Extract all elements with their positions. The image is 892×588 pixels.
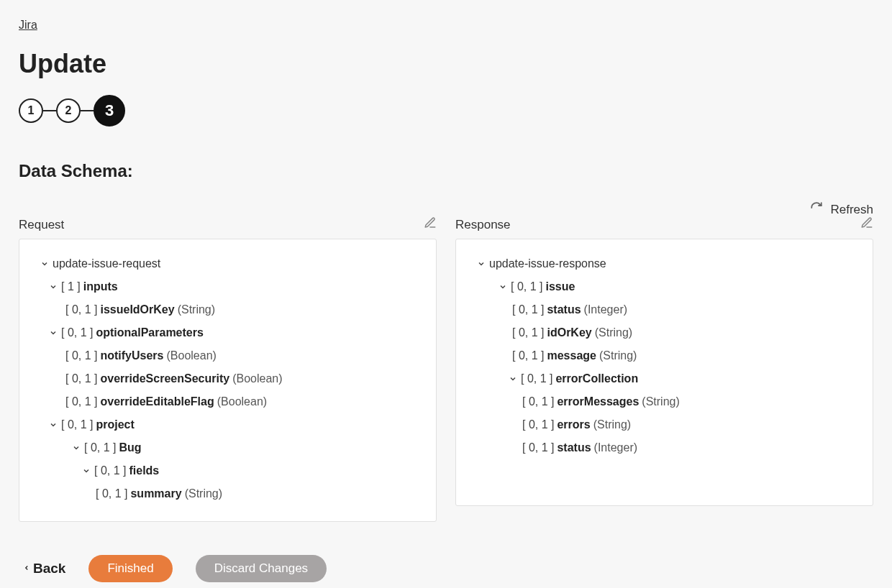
chevron-down-icon[interactable] [47,329,60,337]
cardinality: [ 0, 1 ] [511,278,542,295]
step-2[interactable]: 2 [56,98,81,123]
cardinality: [ 0, 1 ] [522,416,554,433]
tree-type: (String) [642,393,679,410]
chevron-down-icon[interactable] [47,421,60,429]
chevron-down-icon[interactable] [80,467,93,475]
request-column: Request update-issue-request [ 1 ] input… [19,213,437,522]
cardinality: [ 0, 1 ] [65,347,97,364]
cardinality: [ 0, 1 ] [512,301,544,318]
chevron-down-icon[interactable] [38,259,51,268]
tree-row-optionalParameters[interactable]: [ 0, 1 ] optionalParameters [29,321,426,344]
tree-row-inputs[interactable]: [ 1 ] inputs [29,275,426,298]
tree-row-bug[interactable]: [ 0, 1 ] Bug [29,436,426,459]
edit-response-icon[interactable] [860,216,873,233]
request-panel: update-issue-request [ 1 ] inputs [ 0, 1… [19,239,437,522]
cardinality: [ 0, 1 ] [96,485,127,502]
tree-row-status[interactable]: [ 0, 1 ] status (Integer) [466,298,863,321]
tree-label: message [547,347,596,364]
step-1[interactable]: 1 [19,98,43,123]
tree-type: (String) [599,347,637,364]
page-title: Update [19,49,873,79]
cardinality: [ 0, 1 ] [512,324,544,341]
tree-type: (Integer) [594,439,637,456]
step-3[interactable]: 3 [94,95,125,127]
section-title: Data Schema: [19,161,873,181]
edit-request-icon[interactable] [424,216,437,233]
tree-label: errors [557,416,590,433]
chevron-down-icon[interactable] [47,282,60,291]
tree-row-issueIdOrKey[interactable]: [ 0, 1 ] issueIdOrKey (String) [29,298,426,321]
tree-row-overrideEditableFlag[interactable]: [ 0, 1 ] overrideEditableFlag (Boolean) [29,390,426,413]
cardinality: [ 0, 1 ] [65,301,97,318]
tree-label: fields [129,462,159,479]
tree-row-errorCollection[interactable]: [ 0, 1 ] errorCollection [466,367,863,390]
wizard-stepper: 1 2 3 [19,95,873,127]
cardinality: [ 0, 1 ] [94,462,126,479]
chevron-down-icon[interactable] [506,375,519,383]
tree-row-fields[interactable]: [ 0, 1 ] fields [29,459,426,482]
tree-type: (String) [595,324,632,341]
tree-label: errorMessages [557,393,639,410]
tree-row-message[interactable]: [ 0, 1 ] message (String) [466,344,863,367]
tree-row-project[interactable]: [ 0, 1 ] project [29,413,426,436]
tree-label: project [96,416,134,433]
chevron-down-icon[interactable] [475,259,488,268]
tree-label: status [557,439,591,456]
tree-label: overrideEditableFlag [100,393,214,410]
response-column: Response update-issue-response [ 0, 1 ] … [455,213,873,522]
step-connector [43,110,56,111]
cardinality: [ 1 ] [61,278,81,295]
tree-label: optionalParameters [96,324,203,341]
discard-button[interactable]: Discard Changes [196,555,327,582]
tree-label: update-issue-response [489,255,606,272]
cardinality: [ 0, 1 ] [65,370,97,387]
tree-type: (String) [185,485,222,502]
tree-label: status [547,301,581,318]
tree-label: idOrKey [547,324,591,341]
chevron-down-icon[interactable] [70,444,83,452]
response-label: Response [455,218,511,232]
step-connector [81,110,94,111]
tree-type: (String) [593,416,631,433]
tree-label: errorCollection [555,370,638,387]
tree-row-summary[interactable]: [ 0, 1 ] summary (String) [29,482,426,505]
tree-label: notifyUsers [100,347,163,364]
request-label: Request [19,218,64,232]
cardinality: [ 0, 1 ] [61,416,93,433]
cardinality: [ 0, 1 ] [522,393,554,410]
tree-row-issue[interactable]: [ 0, 1 ] issue [466,275,863,298]
tree-label: summary [130,485,181,502]
tree-row-root[interactable]: update-issue-request [29,252,426,275]
tree-type: (String) [178,301,215,318]
tree-label: issueIdOrKey [100,301,174,318]
cardinality: [ 0, 1 ] [522,439,554,456]
tree-row-notifyUsers[interactable]: [ 0, 1 ] notifyUsers (Boolean) [29,344,426,367]
cardinality: [ 0, 1 ] [61,324,93,341]
response-panel: update-issue-response [ 0, 1 ] issue [ 0… [455,239,873,506]
tree-label: update-issue-request [53,255,160,272]
tree-type: (Integer) [584,301,627,318]
tree-row-errorMessages[interactable]: [ 0, 1 ] errorMessages (String) [466,390,863,413]
tree-row-overrideScreenSecurity[interactable]: [ 0, 1 ] overrideScreenSecurity (Boolean… [29,367,426,390]
chevron-down-icon[interactable] [496,282,509,291]
tree-type: (Boolean) [167,347,217,364]
cardinality: [ 0, 1 ] [84,439,116,456]
cardinality: [ 0, 1 ] [521,370,552,387]
tree-type: (Boolean) [232,370,282,387]
tree-label: inputs [83,278,118,295]
tree-row-root[interactable]: update-issue-response [466,252,863,275]
cardinality: [ 0, 1 ] [512,347,544,364]
cardinality: [ 0, 1 ] [65,393,97,410]
breadcrumb-jira[interactable]: Jira [19,19,37,31]
tree-row-errors[interactable]: [ 0, 1 ] errors (String) [466,413,863,436]
tree-label: Bug [119,439,141,456]
finished-button[interactable]: Finished [88,555,172,582]
tree-row-ec-status[interactable]: [ 0, 1 ] status (Integer) [466,436,863,459]
tree-label: overrideScreenSecurity [100,370,229,387]
back-label: Back [33,561,65,576]
back-button[interactable]: Back [23,561,65,576]
chevron-left-icon [23,561,30,576]
tree-type: (Boolean) [217,393,267,410]
tree-label: issue [545,278,575,295]
tree-row-idOrKey[interactable]: [ 0, 1 ] idOrKey (String) [466,321,863,344]
